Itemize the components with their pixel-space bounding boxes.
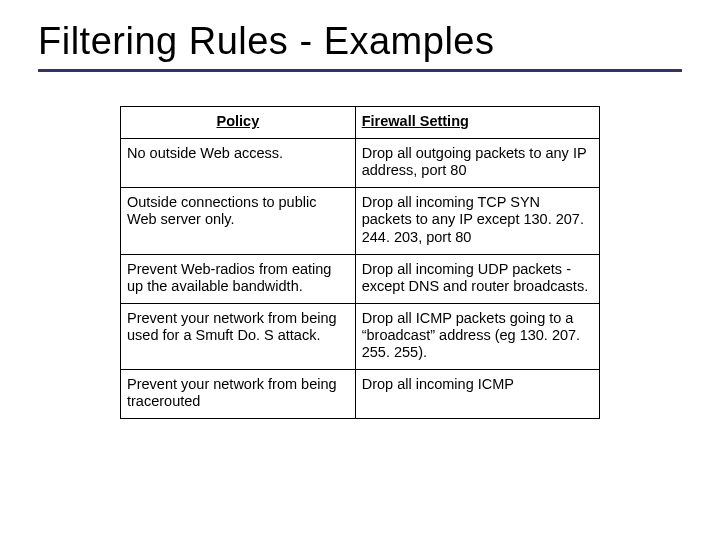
cell-policy: No outside Web access. [121,139,356,188]
cell-policy: Prevent your network from being used for… [121,303,356,369]
cell-policy: Prevent your network from being tracerou… [121,370,356,419]
rules-table: Policy Firewall Setting No outside Web a… [120,106,600,419]
page-title: Filtering Rules - Examples [38,20,682,72]
cell-setting: Drop all ICMP packets going to a “broadc… [355,303,599,369]
cell-setting: Drop all incoming TCP SYN packets to any… [355,188,599,254]
header-setting: Firewall Setting [355,107,599,139]
table-row: Outside connections to public Web server… [121,188,600,254]
cell-policy: Prevent Web-radios from eating up the av… [121,254,356,303]
cell-setting: Drop all outgoing packets to any IP addr… [355,139,599,188]
table-header-row: Policy Firewall Setting [121,107,600,139]
table-wrap: Policy Firewall Setting No outside Web a… [38,106,682,419]
table-row: Prevent Web-radios from eating up the av… [121,254,600,303]
cell-policy: Outside connections to public Web server… [121,188,356,254]
table-row: Prevent your network from being tracerou… [121,370,600,419]
header-policy: Policy [121,107,356,139]
slide: Filtering Rules - Examples Policy Firewa… [0,0,720,540]
cell-setting: Drop all incoming UDP packets - except D… [355,254,599,303]
table-row: Prevent your network from being used for… [121,303,600,369]
table-row: No outside Web access. Drop all outgoing… [121,139,600,188]
cell-setting: Drop all incoming ICMP [355,370,599,419]
